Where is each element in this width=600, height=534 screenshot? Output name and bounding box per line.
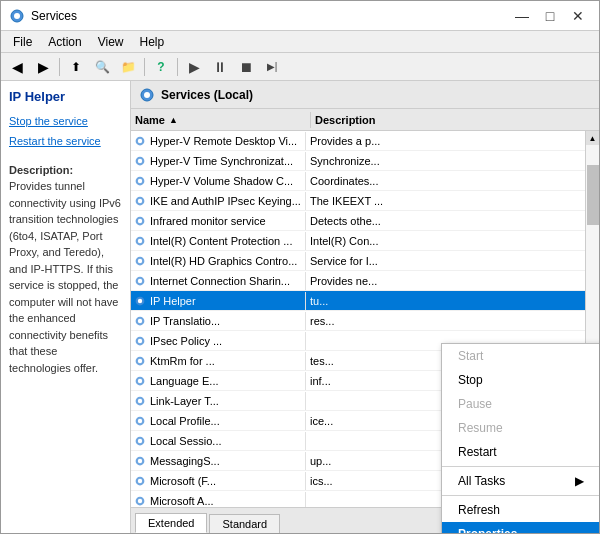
table-row[interactable]: Intel(R) HD Graphics Contro...Service fo… (131, 251, 585, 271)
svg-point-21 (138, 298, 142, 302)
svg-point-25 (138, 338, 142, 342)
row-name-cell: IP Helper (131, 292, 306, 310)
scroll-thumb[interactable] (587, 165, 599, 225)
context-menu-item-restart[interactable]: Restart (442, 440, 599, 464)
row-name-text: Intel(R) HD Graphics Contro... (150, 255, 297, 267)
svg-point-31 (138, 398, 142, 402)
row-name-cell: Local Sessio... (131, 432, 306, 450)
context-menu-item-stop[interactable]: Stop (442, 368, 599, 392)
minimize-button[interactable]: — (509, 5, 535, 27)
row-name-cell: Hyper-V Volume Shadow C... (131, 172, 306, 190)
row-desc-cell: Coordinates... (306, 173, 585, 189)
toolbar-stop[interactable]: ⏹ (234, 55, 258, 79)
table-row[interactable]: Hyper-V Remote Desktop Vi...Provides a p… (131, 131, 585, 151)
svg-point-19 (138, 278, 142, 282)
row-name-cell: KtmRm for ... (131, 352, 306, 370)
table-row[interactable]: Internet Connection Sharin...Provides ne… (131, 271, 585, 291)
menu-view[interactable]: View (90, 33, 132, 51)
scroll-up-arrow[interactable]: ▲ (586, 131, 600, 145)
row-name-text: IP Helper (150, 295, 196, 307)
toolbar-search[interactable]: 🔍 (90, 55, 114, 79)
row-name-cell: Hyper-V Remote Desktop Vi... (131, 132, 306, 150)
table-row[interactable]: Hyper-V Time Synchronizat...Synchronize.… (131, 151, 585, 171)
row-name-text: Local Sessio... (150, 435, 222, 447)
row-name-text: Local Profile... (150, 415, 220, 427)
col-desc-header[interactable]: Description (311, 112, 585, 128)
service-icon (133, 394, 147, 408)
service-icon (133, 414, 147, 428)
title-bar-controls: — □ ✕ (509, 5, 591, 27)
tab-extended[interactable]: Extended (135, 513, 207, 533)
restart-service-link[interactable]: Restart the service (9, 132, 122, 152)
right-panel-title: Services (Local) (161, 88, 253, 102)
toolbar-help[interactable]: ? (149, 55, 173, 79)
service-icon (133, 274, 147, 288)
toolbar-up[interactable]: ⬆ (64, 55, 88, 79)
context-menu-item-all-tasks[interactable]: All Tasks▶ (442, 469, 599, 493)
row-name-cell: Infrared monitor service (131, 212, 306, 230)
context-menu-item-properties[interactable]: Properties (442, 522, 599, 533)
row-name-text: Link-Layer T... (150, 395, 219, 407)
menu-action[interactable]: Action (40, 33, 89, 51)
maximize-button[interactable]: □ (537, 5, 563, 27)
right-panel-header: Services (Local) (131, 81, 599, 109)
svg-point-7 (138, 158, 142, 162)
close-button[interactable]: ✕ (565, 5, 591, 27)
toolbar-back[interactable]: ◀ (5, 55, 29, 79)
row-name-cell: Intel(R) HD Graphics Contro... (131, 252, 306, 270)
row-name-text: Hyper-V Remote Desktop Vi... (150, 135, 297, 147)
context-menu-separator (442, 495, 599, 496)
row-name-cell: IPsec Policy ... (131, 332, 306, 350)
title-text: Services (31, 9, 77, 23)
service-icon (133, 434, 147, 448)
table-row[interactable]: IKE and AuthIP IPsec Keying...The IKEEXT… (131, 191, 585, 211)
service-icon (133, 234, 147, 248)
title-bar-left: Services (9, 8, 77, 24)
table-row[interactable]: Infrared monitor serviceDetects othe... (131, 211, 585, 231)
row-name-cell: Link-Layer T... (131, 392, 306, 410)
services-panel-icon (139, 87, 155, 103)
row-name-cell: Language E... (131, 372, 306, 390)
svg-point-39 (138, 478, 142, 482)
context-menu-item-refresh[interactable]: Refresh (442, 498, 599, 522)
toolbar-play[interactable]: ▶ (182, 55, 206, 79)
service-icon (133, 294, 147, 308)
row-name-text: Hyper-V Volume Shadow C... (150, 175, 293, 187)
service-icon (133, 334, 147, 348)
table-row[interactable]: IP Helpertu... (131, 291, 585, 311)
table-row[interactable]: IP Translatio...res... (131, 311, 585, 331)
toolbar-folder[interactable]: 📁 (116, 55, 140, 79)
service-icon (133, 214, 147, 228)
table-row[interactable]: Intel(R) Content Protection ...Intel(R) … (131, 231, 585, 251)
row-desc-cell: Intel(R) Con... (306, 233, 585, 249)
menu-file[interactable]: File (5, 33, 40, 51)
col-name-header[interactable]: Name ▲ (131, 112, 311, 128)
service-icon (133, 374, 147, 388)
row-name-text: Language E... (150, 375, 219, 387)
service-icon (133, 174, 147, 188)
toolbar-restart[interactable]: ▶| (260, 55, 284, 79)
service-icon (133, 474, 147, 488)
svg-point-17 (138, 258, 142, 262)
left-panel-links: Stop the service Restart the service (9, 112, 122, 152)
row-name-text: IKE and AuthIP IPsec Keying... (150, 195, 301, 207)
menu-bar: File Action View Help (1, 31, 599, 53)
row-desc-cell: Synchronize... (306, 153, 585, 169)
svg-point-41 (138, 498, 142, 502)
service-icon (133, 154, 147, 168)
toolbar-sep-2 (144, 58, 145, 76)
tab-standard[interactable]: Standard (209, 514, 280, 533)
row-desc-cell: The IKEEXT ... (306, 193, 585, 209)
context-menu-separator (442, 466, 599, 467)
toolbar-pause[interactable]: ⏸ (208, 55, 232, 79)
service-icon (133, 454, 147, 468)
toolbar-forward[interactable]: ▶ (31, 55, 55, 79)
row-name-text: Hyper-V Time Synchronizat... (150, 155, 293, 167)
row-name-text: Microsoft (F... (150, 475, 216, 487)
svg-point-13 (138, 218, 142, 222)
stop-service-link[interactable]: Stop the service (9, 112, 122, 132)
menu-help[interactable]: Help (132, 33, 173, 51)
table-header: Name ▲ Description (131, 109, 599, 131)
left-panel-description: Description: Provides tunnel connectivit… (9, 162, 122, 377)
table-row[interactable]: Hyper-V Volume Shadow C...Coordinates... (131, 171, 585, 191)
